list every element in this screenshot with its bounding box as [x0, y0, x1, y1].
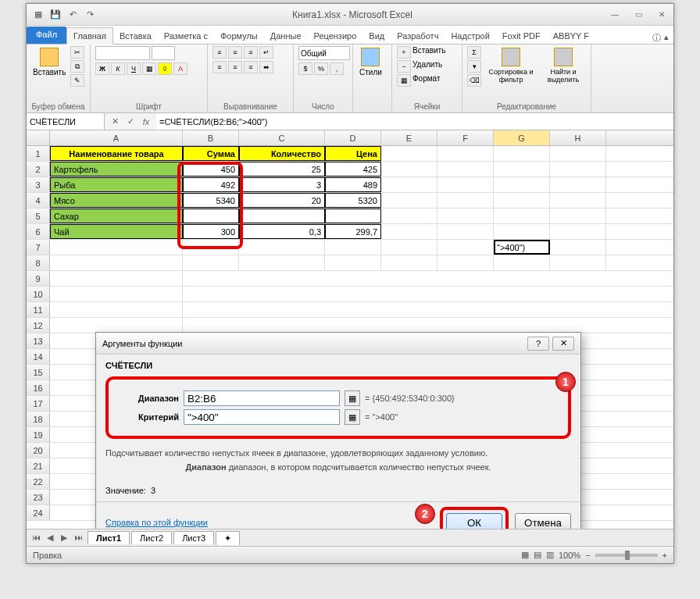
fill-color-button[interactable]: ◊ — [158, 62, 172, 75]
size-select[interactable] — [152, 46, 175, 60]
align-mid-button[interactable]: ≡ — [228, 46, 242, 59]
zoom-level[interactable]: 100% — [559, 551, 580, 560]
col-header[interactable]: F — [438, 130, 494, 145]
sheet-tab[interactable]: Лист2 — [131, 531, 172, 544]
cell[interactable]: 25 — [239, 162, 325, 176]
font-color-button[interactable]: A — [173, 62, 188, 75]
italic-button[interactable]: К — [111, 62, 125, 75]
col-header[interactable]: A — [50, 130, 183, 145]
align-right-button[interactable]: ≡ — [244, 61, 258, 73]
clear-button[interactable]: ⌫ — [467, 74, 481, 87]
cell[interactable]: Наименование товара — [50, 146, 183, 161]
col-header[interactable]: E — [381, 130, 438, 145]
new-sheet-button[interactable]: ✦ — [216, 531, 240, 545]
formula-input[interactable]: =СЧЁТЕСЛИ(B2:B6;">400") — [156, 113, 673, 130]
currency-button[interactable]: $ — [298, 62, 312, 75]
col-header[interactable]: B — [183, 130, 239, 145]
active-cell[interactable]: ">400") — [494, 240, 550, 255]
paste-button[interactable]: Вставить — [31, 46, 67, 78]
zoom-in-button[interactable]: + — [662, 551, 667, 560]
tab-insert[interactable]: Вставка — [113, 28, 158, 44]
tab-layout[interactable]: Разметка с — [158, 28, 214, 44]
sheet-nav-last-icon[interactable]: ⏭ — [72, 533, 84, 543]
wrap-text-button[interactable]: ↵ — [259, 46, 273, 59]
tab-formulas[interactable]: Формулы — [214, 28, 264, 44]
file-tab[interactable]: Файл — [27, 27, 66, 44]
cell[interactable]: Цена — [325, 146, 381, 161]
insert-cells-button[interactable]: + — [397, 46, 411, 59]
worksheet-grid[interactable]: A B C D E F G H 1 Наименование товара Су… — [27, 130, 673, 521]
merge-button[interactable]: ⬌ — [259, 61, 273, 73]
dialog-help-button[interactable]: ? — [527, 337, 549, 351]
cut-icon[interactable]: ✂ — [70, 46, 84, 59]
border-button[interactable]: ▦ — [142, 62, 156, 75]
col-header[interactable]: D — [325, 130, 381, 145]
find-select-button[interactable]: Найти и выделить — [541, 46, 586, 85]
align-top-button[interactable]: ≡ — [212, 46, 227, 59]
align-center-button[interactable]: ≡ — [228, 61, 242, 73]
format-cells-button[interactable]: ▦ — [397, 74, 411, 87]
fill-button[interactable]: ▾ — [467, 60, 481, 73]
delete-cells-button[interactable]: − — [397, 60, 411, 73]
cell[interactable]: Сумма — [183, 146, 239, 161]
align-bot-button[interactable]: ≡ — [244, 46, 258, 59]
cell[interactable]: 450 — [183, 162, 239, 176]
autosum-button[interactable]: Σ — [467, 46, 481, 59]
view-normal-icon[interactable]: ▦ — [521, 550, 529, 560]
col-header[interactable]: C — [239, 130, 325, 145]
row-header[interactable]: 1 — [27, 146, 50, 161]
col-header[interactable]: G — [494, 130, 550, 145]
minimize-button[interactable]: — — [603, 7, 627, 23]
tab-home[interactable]: Главная — [66, 27, 113, 45]
number-format-select[interactable] — [298, 46, 350, 60]
zoom-slider[interactable] — [595, 554, 658, 557]
sort-filter-button[interactable]: Сортировка и фильтр — [484, 46, 538, 85]
view-break-icon[interactable]: ▥ — [546, 550, 554, 560]
criteria-ref-button[interactable]: ▦ — [345, 409, 360, 425]
percent-button[interactable]: % — [314, 62, 328, 75]
cell[interactable]: Картофель — [50, 162, 183, 176]
cell[interactable]: Количество — [239, 146, 325, 161]
select-all-corner[interactable] — [27, 130, 50, 145]
accept-formula-icon[interactable]: ✓ — [123, 115, 138, 129]
zoom-out-button[interactable]: − — [585, 551, 590, 560]
col-header[interactable]: H — [550, 130, 606, 145]
tab-abbyy[interactable]: ABBYY F — [547, 28, 595, 44]
sheet-tab[interactable]: Лист3 — [173, 531, 214, 544]
range-ref-button[interactable]: ▦ — [345, 390, 360, 406]
tab-view[interactable]: Вид — [362, 28, 391, 44]
undo-icon[interactable]: ↶ — [66, 8, 80, 22]
underline-button[interactable]: Ч — [127, 62, 141, 75]
cell[interactable]: 425 — [325, 162, 381, 176]
comma-button[interactable]: , — [330, 62, 344, 75]
sheet-tab[interactable]: Лист1 — [88, 531, 130, 544]
tab-addins[interactable]: Надстрой — [445, 28, 495, 44]
arg-range-input[interactable] — [184, 390, 340, 406]
tab-data[interactable]: Данные — [264, 28, 308, 44]
view-layout-icon[interactable]: ▤ — [534, 550, 541, 560]
redo-icon[interactable]: ↷ — [83, 8, 97, 22]
dialog-close-button[interactable]: ✕ — [552, 337, 574, 351]
arg-criteria-input[interactable] — [184, 409, 340, 425]
sheet-nav-first-icon[interactable]: ⏮ — [30, 533, 42, 543]
format-painter-icon[interactable]: ✎ — [70, 74, 84, 87]
tab-developer[interactable]: Разработч — [391, 28, 445, 44]
fx-icon[interactable]: fx — [139, 115, 153, 129]
tab-foxit[interactable]: Foxit PDF — [496, 28, 547, 44]
styles-button[interactable]: Стили — [358, 46, 384, 78]
save-icon[interactable]: 💾 — [48, 8, 62, 22]
help-link[interactable]: Справка по этой функции — [105, 518, 208, 527]
sheet-nav-next-icon[interactable]: ▶ — [58, 533, 70, 543]
name-box[interactable]: СЧЁТЕСЛИ — [27, 113, 105, 130]
help-icon[interactable]: ⓘ — [652, 32, 661, 44]
cancel-formula-icon[interactable]: ✕ — [108, 115, 122, 129]
maximize-button[interactable]: ▭ — [627, 7, 650, 23]
bold-button[interactable]: Ж — [95, 62, 109, 75]
ribbon-min-icon[interactable]: ▴ — [664, 32, 669, 44]
sheet-nav-prev-icon[interactable]: ◀ — [44, 533, 56, 543]
close-button[interactable]: ✕ — [650, 7, 673, 23]
align-left-button[interactable]: ≡ — [212, 61, 227, 73]
tab-review[interactable]: Рецензиро — [308, 28, 363, 44]
font-select[interactable] — [95, 46, 150, 60]
copy-icon[interactable]: ⧉ — [70, 60, 84, 73]
